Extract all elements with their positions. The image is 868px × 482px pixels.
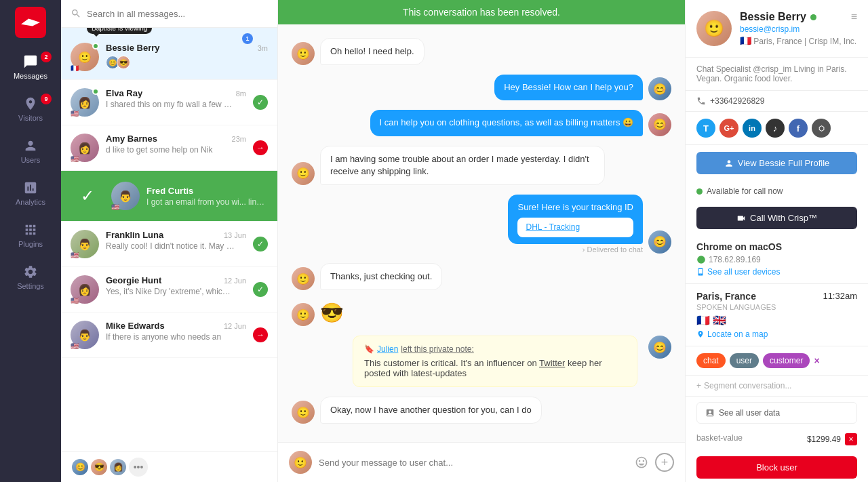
tag-user: user xyxy=(730,353,759,368)
call-button[interactable]: Call With Crisp™ xyxy=(696,207,857,229)
tracking-link[interactable]: DHL - Tracking xyxy=(517,218,633,237)
bessie-time: 3m xyxy=(258,44,268,52)
social-google[interactable]: G+ xyxy=(719,119,738,138)
conversation-items: Baptiste is viewing 🙂 🇫🇷 Bessie Berry 3m… xyxy=(61,28,277,451)
nav-item-settings[interactable]: Settings xyxy=(0,258,61,297)
elva-online-dot xyxy=(92,88,99,95)
georgie-conv-content: Georgie Hunt 12 Jun Yes, it's Nike Dry '… xyxy=(106,275,246,296)
amy-avatar-wrap: 👩 🇺🇸 xyxy=(71,134,99,162)
private-note-author: Julien xyxy=(377,344,398,354)
delivered-note: › Delivered to chat xyxy=(583,245,643,254)
remove-data-button[interactable]: × xyxy=(845,433,857,445)
conv-item-franklin[interactable]: 👨 🇺🇸 Franklin Luna 13 Jun Really cool! I… xyxy=(61,222,277,267)
social-links: T G+ in ♪ f ⬡ xyxy=(686,112,868,145)
bottom-agent-1: 😊 xyxy=(72,459,88,475)
elva-time: 8m xyxy=(236,89,246,98)
device-ip: 178.62.89.169 xyxy=(696,255,857,264)
right-header: 🙂 Bessie Berry bessie@crisp.im 🇫🇷 Paris,… xyxy=(686,0,868,58)
msg-5-avatar: 😊 xyxy=(648,230,671,254)
conv-item-mike[interactable]: 👨 🇺🇸 Mike Edwards 12 Jun If there is any… xyxy=(61,313,277,358)
mike-time: 12 Jun xyxy=(224,322,246,330)
chat-area: This conversation has been resolved. 🙂 O… xyxy=(278,0,685,482)
view-profile-button[interactable]: View Bessie Full Profile xyxy=(696,152,857,174)
user-data-row: basket-value $1299.49 × xyxy=(686,429,868,449)
add-button[interactable]: + xyxy=(655,453,674,472)
mike-status: → xyxy=(253,327,268,342)
conv-item-amy[interactable]: 👩 🇺🇸 Amy Barnes 23m d like to get some h… xyxy=(61,125,277,171)
nav-item-messages[interactable]: Messages 2 xyxy=(0,47,61,87)
msg-2: Hey Bessie! How can I help you? 😊 xyxy=(292,75,671,100)
available-row: Available for call now xyxy=(686,181,868,201)
user-data-value: $1299.49 xyxy=(807,435,841,444)
bessie-conv-content: Bessie Berry 3m 😊 😎 xyxy=(106,43,268,69)
svg-point-0 xyxy=(697,256,705,264)
search-input[interactable] xyxy=(87,9,268,19)
franklin-avatar-wrap: 👨 🇺🇸 xyxy=(71,230,99,258)
georgie-avatar-wrap: 👩 🇺🇸 xyxy=(71,275,99,304)
georgie-status: ✓ xyxy=(253,282,268,297)
nav-item-users[interactable]: Users xyxy=(0,132,61,171)
block-user-button[interactable]: Block user xyxy=(696,456,857,479)
private-note-text: This customer is critical. It's an influ… xyxy=(364,358,626,378)
msg-8: 🔖 Julien left this private note: This cu… xyxy=(292,336,671,387)
nav-item-plugins[interactable]: Plugins xyxy=(0,216,61,255)
chat-input[interactable] xyxy=(319,458,628,468)
right-name: Bessie Berry xyxy=(740,11,857,23)
segment-row[interactable]: + Segment conversation... xyxy=(686,376,868,397)
social-facebook[interactable]: f xyxy=(789,119,808,138)
conv-item-elva[interactable]: 👩 🇺🇸 Elva Ray 8m I shared this on my fb … xyxy=(61,80,277,125)
elva-conv-content: Elva Ray 8m I shared this on my fb wall … xyxy=(106,88,246,109)
fred-flag: 🇺🇸 xyxy=(111,203,121,210)
social-twitter[interactable]: T xyxy=(696,119,715,138)
right-panel-avatar: 🙂 xyxy=(696,11,732,46)
see-devices-link[interactable]: See all user devices xyxy=(696,267,857,277)
agent-avatar-2: 😎 xyxy=(117,56,130,69)
franklin-time: 13 Jun xyxy=(224,231,246,239)
location-city: Paris, France xyxy=(696,291,776,302)
device-title: Chrome on macOS xyxy=(696,241,857,252)
georgie-flag: 🇺🇸 xyxy=(71,297,80,304)
conv-item-bessie[interactable]: Baptiste is viewing 🙂 🇫🇷 Bessie Berry 3m… xyxy=(61,28,277,80)
elva-avatar-wrap: 👩 🇺🇸 xyxy=(71,88,99,117)
private-note-label: left this private note: xyxy=(401,344,473,354)
msg-9: 🙂 Okay, now I have another question for … xyxy=(292,397,671,424)
tag-chat: chat xyxy=(696,353,726,368)
mike-name: Mike Edwards xyxy=(106,321,165,331)
right-email: bessie@crisp.im xyxy=(740,24,857,34)
mike-avatar-wrap: 👨 🇺🇸 xyxy=(71,321,99,349)
tag-customer: customer xyxy=(763,353,810,368)
social-other[interactable]: ⬡ xyxy=(812,119,831,138)
bessie-flag: 🇫🇷 xyxy=(71,64,80,71)
messages-badge: 2 xyxy=(41,52,52,62)
nav-item-analytics[interactable]: Analytics xyxy=(0,174,61,213)
conv-item-georgie[interactable]: 👩 🇺🇸 Georgie Hunt 12 Jun Yes, it's Nike … xyxy=(61,267,277,313)
more-agents-button[interactable]: ••• xyxy=(129,458,148,477)
msg-6: 🙂 Thanks, just checking out. xyxy=(292,263,671,290)
right-panel-menu-icon[interactable]: ≡ xyxy=(851,11,857,23)
msg-2-avatar: 😊 xyxy=(648,77,671,100)
chat-messages: 🙂 Oh hello! I need help. Hey Bessie! How… xyxy=(278,24,685,442)
msg-5: Sure! Here is your tracking ID DHL - Tra… xyxy=(292,195,671,254)
right-panel: 🙂 Bessie Berry bessie@crisp.im 🇫🇷 Paris,… xyxy=(685,0,868,482)
conversations-list: Baptiste is viewing 🙂 🇫🇷 Bessie Berry 3m… xyxy=(61,0,278,482)
see-user-data[interactable]: See all user data xyxy=(696,402,857,424)
available-dot xyxy=(696,188,703,195)
social-music[interactable]: ♪ xyxy=(766,119,785,138)
georgie-time: 12 Jun xyxy=(224,277,246,285)
viewing-badge: Baptiste is viewing xyxy=(87,28,152,34)
left-nav: Messages 2 Visitors 9 Users Analytics Pl… xyxy=(0,0,61,482)
social-linkedin[interactable]: in xyxy=(743,119,762,138)
elva-name: Elva Ray xyxy=(106,88,142,98)
nav-item-visitors[interactable]: Visitors 9 xyxy=(0,89,61,129)
msg-9-avatar: 🙂 xyxy=(292,401,315,424)
emoji-button[interactable] xyxy=(635,456,648,469)
franklin-preview: Really cool! I didn't notice it. May I a… xyxy=(106,241,235,251)
franklin-name: Franklin Luna xyxy=(106,230,163,240)
tag-remove-button[interactable]: × xyxy=(814,355,819,366)
locate-link[interactable]: Locate on a map xyxy=(696,329,776,339)
msg-1-bubble: Oh hello! I need help. xyxy=(320,38,425,65)
conv-item-fred[interactable]: ✓ 👨 🇺🇸 Fred Curtis I got an email from y… xyxy=(61,171,277,222)
elva-status: ✓ xyxy=(253,95,268,110)
msg-4-bubble: I am having some trouble about an order … xyxy=(320,146,605,185)
chat-user-avatar: 🙂 xyxy=(289,451,312,474)
